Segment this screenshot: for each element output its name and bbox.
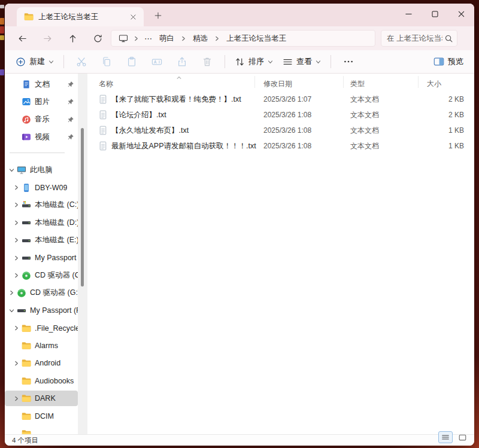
sidebar-item-my-passport[interactable]: My Passport ( xyxy=(5,250,78,266)
paste-button[interactable] xyxy=(123,53,141,71)
sidebar-item-pictures[interactable]: 图片 xyxy=(5,94,78,109)
new-button[interactable]: 新建 xyxy=(11,53,59,71)
chevron-right-icon[interactable] xyxy=(13,396,19,401)
breadcrumb-item[interactable]: 精选 xyxy=(192,32,209,45)
sidebar-item-partial[interactable] xyxy=(5,426,78,434)
videos-icon xyxy=(22,132,31,142)
sidebar-item-dcim[interactable]: DCIM xyxy=(5,409,78,424)
column-header-name[interactable]: 名称 xyxy=(99,79,113,89)
file-row[interactable]: 【论坛介绍】.txt 2025/3/26 1:08 文本文档 2 KB xyxy=(90,107,468,123)
folder-icon xyxy=(22,358,31,368)
sidebar-item-my-passport-f[interactable]: My Passport (F xyxy=(5,303,78,318)
sidebar-item-dark-selected[interactable]: DARK xyxy=(5,391,78,406)
chevron-down-icon xyxy=(268,59,273,65)
sidebar-item-drive-d[interactable]: 本地磁盘 (D:) xyxy=(5,215,78,230)
file-date: 2025/3/26 1:08 xyxy=(263,142,311,150)
chevron-right-icon[interactable] xyxy=(13,237,19,243)
back-button[interactable] xyxy=(13,29,31,47)
chevron-right-icon[interactable] xyxy=(13,220,19,225)
sidebar-item-alarms[interactable]: Alarms xyxy=(5,338,78,353)
sidebar-item-audiobooks[interactable]: Audiobooks xyxy=(5,373,78,389)
tab-close-button[interactable] xyxy=(127,11,139,23)
column-divider[interactable] xyxy=(254,76,255,88)
sidebar-item-label: 音乐 xyxy=(35,114,50,124)
file-row[interactable]: 最新地址及APP请发邮箱自动获取！！！.txt 2025/3/26 1:08 文… xyxy=(90,138,468,154)
file-name: 【永久地址发布页】.txt xyxy=(111,126,189,136)
sort-button[interactable]: 排序 xyxy=(230,53,278,71)
preview-toggle-button[interactable]: 预览 xyxy=(430,53,467,71)
sidebar-item-label: Android xyxy=(35,359,60,367)
large-icons-view-button[interactable] xyxy=(455,431,469,443)
details-view-button[interactable] xyxy=(438,431,453,443)
drive-icon xyxy=(22,236,31,245)
column-divider[interactable] xyxy=(418,76,419,88)
sidebar-scrollbar-track[interactable] xyxy=(78,74,87,434)
sidebar-item-label: .File_Recycle xyxy=(35,324,78,333)
cut-button[interactable] xyxy=(72,53,90,71)
maximize-button[interactable] xyxy=(422,4,448,24)
chevron-down-icon[interactable] xyxy=(8,167,14,173)
sidebar-item-cd-drive-g[interactable]: CD 驱动器 (G:) xyxy=(5,268,78,284)
view-button[interactable]: 查看 xyxy=(278,53,326,71)
breadcrumb-overflow-button[interactable]: ⋯ xyxy=(144,34,153,43)
file-row[interactable]: 【永久地址发布页】.txt 2025/3/26 1:08 文本文档 1 KB xyxy=(90,123,468,138)
column-header-type[interactable]: 类型 xyxy=(350,79,365,89)
chevron-down-icon xyxy=(316,59,321,65)
file-size: 1 KB xyxy=(389,126,464,135)
chevron-right-icon[interactable] xyxy=(8,290,14,295)
sidebar-item-videos[interactable]: 视频 xyxy=(5,129,78,145)
sidebar-item-file-recycle[interactable]: .File_Recycle xyxy=(5,321,78,336)
breadcrumb[interactable]: ⋯ 萌白 精选 上老王论坛当老王 xyxy=(111,30,375,47)
sidebar-item-drive-c[interactable]: 本地磁盘 (C:) xyxy=(5,197,78,213)
chevron-right-icon[interactable] xyxy=(13,325,19,331)
minimize-button[interactable] xyxy=(395,4,422,24)
folder-icon xyxy=(24,13,34,21)
more-options-button[interactable] xyxy=(339,53,357,71)
column-header-size[interactable]: 大小 xyxy=(427,79,441,89)
file-row[interactable]: 【来了就能下载和观看！纯免费！】.txt 2025/3/26 1:07 文本文档… xyxy=(90,92,468,107)
forward-button[interactable] xyxy=(38,29,56,47)
chevron-down-icon[interactable] xyxy=(8,308,14,313)
drive-icon xyxy=(22,218,31,227)
new-tab-button[interactable] xyxy=(151,8,165,23)
sidebar-item-this-pc[interactable]: 此电脑 xyxy=(5,162,78,178)
file-size: 2 KB xyxy=(389,95,464,103)
phone-icon xyxy=(22,183,31,193)
chevron-right-icon[interactable] xyxy=(13,202,19,208)
sidebar-item-drive-e[interactable]: 本地磁盘 (E:) xyxy=(5,233,78,248)
sidebar-item-documents[interactable]: 文档 xyxy=(5,77,78,92)
status-bar: 4 个项目 xyxy=(5,434,474,446)
search-input[interactable]: 在 上老王论坛当老王 xyxy=(381,30,457,47)
copy-button[interactable] xyxy=(98,53,116,71)
delete-button[interactable] xyxy=(198,53,216,71)
column-header-date[interactable]: 修改日期 xyxy=(263,79,292,89)
up-button[interactable] xyxy=(63,29,81,47)
search-icon[interactable] xyxy=(444,34,453,45)
title-bar: 上老王论坛当老王 xyxy=(5,4,474,26)
sidebar-item-cd-drive-g-2[interactable]: CD 驱动器 (G:) I xyxy=(5,285,78,301)
explorer-tab[interactable]: 上老王论坛当老王 xyxy=(17,7,144,26)
chevron-right-icon[interactable] xyxy=(13,185,19,190)
item-count: 4 个项目 xyxy=(12,436,38,445)
refresh-button[interactable] xyxy=(89,29,107,47)
music-icon xyxy=(22,115,31,124)
close-button[interactable] xyxy=(448,4,474,24)
sidebar-scrollbar-thumb[interactable] xyxy=(81,128,84,287)
sidebar-item-android[interactable]: Android xyxy=(5,355,78,371)
file-type: 文本文档 xyxy=(350,141,379,151)
share-button[interactable] xyxy=(173,53,191,71)
text-document-icon xyxy=(98,141,108,151)
column-divider[interactable] xyxy=(343,76,344,88)
sidebar-item-music[interactable]: 音乐 xyxy=(5,112,78,127)
breadcrumb-item-current[interactable]: 上老王论坛当老王 xyxy=(225,32,287,45)
list-lines-icon xyxy=(283,57,293,67)
sidebar-item-dby-w09[interactable]: DBY-W09 xyxy=(5,180,78,196)
chevron-right-icon[interactable] xyxy=(13,361,19,366)
rename-button[interactable] xyxy=(148,53,166,71)
desktop-icon-fragment xyxy=(0,26,4,33)
chevron-right-icon[interactable] xyxy=(13,255,19,261)
chevron-right-icon[interactable] xyxy=(13,273,19,278)
toolbar-divider xyxy=(331,55,331,68)
breadcrumb-item[interactable]: 萌白 xyxy=(158,32,175,45)
folder-icon xyxy=(22,341,31,351)
